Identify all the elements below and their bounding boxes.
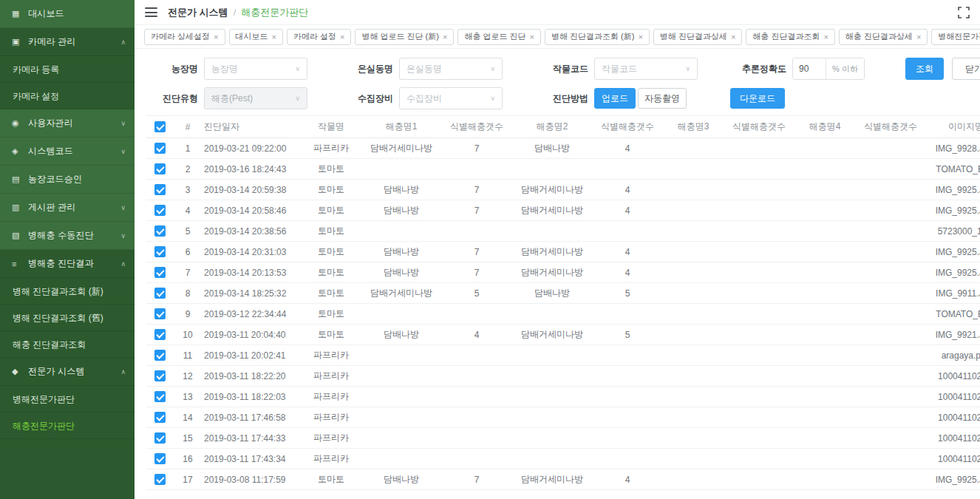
sidebar-item-user-management[interactable]: ◉사용자관리∨ — [0, 109, 135, 138]
sidebar-subitem-camera-settings[interactable]: 카메라 설정 — [0, 83, 135, 109]
sidebar-item-pest-diagnosis-results[interactable]: ≡병해충 진단결과∧ — [0, 250, 135, 278]
sidebar-item-pest-manual-diagnosis[interactable]: ▧병해충 수동진단∨ — [0, 222, 135, 250]
sidebar-item-camera-management[interactable]: ▣카메라 관리∧ — [0, 28, 135, 56]
breadcrumb-root: 전문가 시스템 — [168, 6, 228, 19]
sidebar-item-label: 대시보드 — [28, 7, 126, 20]
download-button[interactable]: 다운로드 — [730, 88, 785, 109]
search-button[interactable]: 조회 — [905, 58, 944, 80]
cell-crop: 파프리카 — [302, 452, 360, 465]
farm-select[interactable]: 농장명 ∨ — [204, 58, 307, 80]
row-checkbox[interactable] — [154, 143, 166, 154]
cell-image: IMG_9928.JPG — [925, 143, 980, 154]
sidebar-item-dashboard[interactable]: ▦대시보드 — [0, 0, 135, 28]
tab[interactable]: 해충 업로드 진단× — [457, 29, 541, 45]
cell-image: TOMATO_E_... — [925, 164, 980, 174]
device-select[interactable]: 수집장비 ∨ — [399, 87, 503, 109]
tab-close-icon[interactable]: × — [272, 33, 276, 41]
tab[interactable]: 해충 진단결과상세× — [839, 29, 928, 45]
column-header-no: # — [173, 122, 203, 132]
tab-close-icon[interactable]: × — [443, 33, 447, 41]
table-row: 22019-03-16 18:24:43토마토TOMATO_E_...2019 — [146, 159, 980, 180]
tab[interactable]: 병해 진단결과조회 (新)× — [545, 29, 650, 45]
row-checkbox[interactable] — [154, 432, 166, 444]
sidebar-subitem-disease-expert-judgment[interactable]: 병해전문가판단 — [0, 386, 135, 413]
cell-pest2: 담배나방 — [511, 142, 593, 155]
sidebar-subitem-disease-results-old[interactable]: 병해 진단결과조회 (舊) — [0, 305, 135, 331]
cell-no: 1 — [173, 143, 203, 154]
sidebar-item-label: 사용자관리 — [28, 117, 120, 129]
table-row: 52019-03-14 20:38:56토마토5723000_10...2018 — [146, 221, 980, 242]
sidebar-item-expert-system[interactable]: ◆전문가 시스템∧ — [0, 358, 135, 386]
cell-image: 1000411020... — [925, 371, 980, 381]
auto-capture-method-button[interactable]: 자동촬영 — [638, 88, 687, 109]
sidebar-item-system-code[interactable]: ◈시스템코드∨ — [0, 138, 135, 166]
row-checkbox-cell — [146, 474, 173, 485]
row-checkbox[interactable] — [154, 225, 166, 237]
row-checkbox[interactable] — [154, 246, 166, 257]
sidebar-subitem-pest-results[interactable]: 해충 진단결과조회 — [0, 331, 135, 358]
row-checkbox[interactable] — [154, 391, 166, 402]
cell-crop: 토마토 — [302, 245, 360, 258]
row-checkbox[interactable] — [154, 205, 166, 216]
cell-no: 4 — [173, 206, 203, 216]
method-toggle: 업로드 자동촬영 — [594, 88, 687, 109]
tab-label: 병해 진단결과상세 — [660, 31, 727, 42]
diagnosis-type-select[interactable]: 해충(Pest) ∨ — [204, 87, 307, 109]
tab[interactable]: 병해 진단결과상세× — [653, 29, 743, 45]
table-row: 32019-03-14 20:59:38토마토담배나방7담배거세미나방4IMG_… — [146, 180, 980, 200]
greenhouse-select[interactable]: 온실동명 ∨ — [399, 58, 503, 80]
accuracy-input[interactable] — [793, 58, 826, 79]
cell-image: IMG_9925.JPG — [925, 185, 980, 195]
select-all-checkbox[interactable] — [154, 121, 166, 132]
tab-close-icon[interactable]: × — [214, 33, 218, 41]
row-checkbox[interactable] — [154, 350, 166, 361]
row-checkbox[interactable] — [154, 308, 166, 319]
cell-pest1: 담배나방 — [360, 266, 443, 279]
row-checkbox[interactable] — [154, 412, 166, 423]
sidebar-subitem-pest-expert-judgment[interactable]: 해충전문가판단 — [0, 413, 135, 439]
tab[interactable]: 해충 진단결과조회× — [746, 29, 835, 45]
table-row: 102019-03-11 20:04:40토마토담배나방4담배거세미나방5IMG… — [146, 325, 980, 345]
tab-close-icon[interactable]: × — [823, 33, 828, 41]
tab[interactable]: 대시보드× — [229, 29, 283, 45]
upload-method-button[interactable]: 업로드 — [594, 88, 636, 109]
cell-no: 3 — [173, 185, 203, 195]
method-label: 진단방법 — [537, 92, 588, 105]
menu-icon[interactable] — [145, 7, 157, 17]
cell-crop: 파프리카 — [302, 142, 360, 155]
tab[interactable]: 카메라 상세설정× — [144, 29, 225, 45]
row-checkbox[interactable] — [154, 288, 166, 299]
sidebar-item-board-management[interactable]: ▥게시판 관리∨ — [0, 194, 135, 222]
tab-close-icon[interactable]: × — [731, 33, 735, 41]
sidebar-item-label: 병해충 진단결과 — [28, 257, 120, 270]
sidebar-subitem-camera-register[interactable]: 카메라 등록 — [0, 56, 135, 83]
crop-code-select[interactable]: 작물코드 ∨ — [594, 58, 698, 80]
tab[interactable]: 병해전문가판단× — [931, 29, 980, 45]
column-header-pest1: 해충명1 — [360, 120, 443, 133]
chevron-down-icon: ∨ — [120, 120, 126, 127]
cell-crop: 토마토 — [302, 225, 360, 237]
tab-close-icon[interactable]: × — [916, 33, 921, 41]
board-icon: ▥ — [12, 203, 28, 212]
cell-no: 15 — [173, 433, 203, 444]
row-checkbox[interactable] — [154, 184, 166, 195]
sidebar-item-farm-code-approval[interactable]: ▤농장코드승인 — [0, 166, 135, 194]
row-checkbox[interactable] — [154, 453, 166, 464]
row-checkbox[interactable] — [154, 329, 166, 340]
row-checkbox[interactable] — [154, 267, 166, 278]
tab[interactable]: 병해 업로드 진단 (新)× — [355, 29, 454, 45]
row-checkbox[interactable] — [154, 370, 166, 381]
tab-close-icon[interactable]: × — [340, 33, 344, 41]
tab-close-icon[interactable]: × — [530, 33, 534, 41]
sidebar-subitem-disease-results-new[interactable]: 병해 진단결과조회 (新) — [0, 278, 135, 305]
tab-close-icon[interactable]: × — [638, 33, 642, 41]
accuracy-label: 추론정확도 — [727, 63, 786, 75]
cell-no: 6 — [173, 247, 203, 257]
fullscreen-icon[interactable] — [958, 7, 970, 21]
sidebar-item-label: 게시판 관리 — [28, 201, 120, 214]
cell-no: 7 — [173, 268, 203, 278]
row-checkbox[interactable] — [154, 163, 166, 174]
close-button[interactable]: 닫기 — [952, 58, 980, 80]
tab[interactable]: 카메라 설정× — [287, 29, 352, 45]
row-checkbox[interactable] — [154, 474, 166, 485]
